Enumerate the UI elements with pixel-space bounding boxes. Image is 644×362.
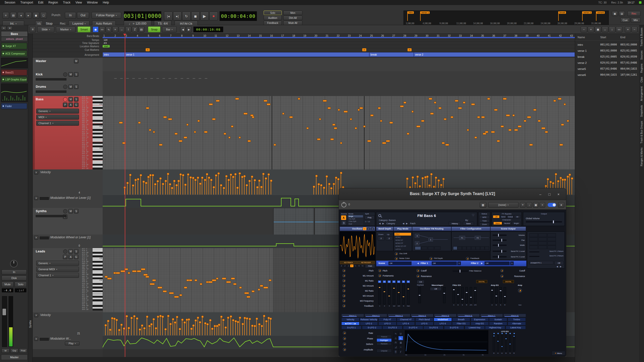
- sidebar-tab[interactable]: Clips: [640, 77, 643, 82]
- piano-key[interactable]: [93, 107, 103, 109]
- category-next-icon[interactable]: ▶: [382, 222, 384, 225]
- midi-note[interactable]: [512, 114, 515, 116]
- midi-note[interactable]: [412, 111, 414, 113]
- smart-mode-button[interactable]: Smart: [77, 26, 91, 32]
- midi-note[interactable]: [263, 287, 268, 289]
- mouse-mode-icon[interactable]: ↔: [119, 26, 125, 32]
- velocity-head[interactable]: [326, 175, 328, 178]
- mod-source[interactable]: LFO 3: [378, 322, 396, 325]
- velocity-head[interactable]: [230, 315, 232, 318]
- transport-record-button[interactable]: ●: [209, 12, 218, 21]
- velocity-head[interactable]: [256, 186, 259, 189]
- velocity-head[interactable]: [126, 182, 129, 184]
- fx-bypass-option[interactable]: All: [514, 215, 521, 218]
- velocity-head[interactable]: [143, 327, 146, 330]
- octave-option[interactable]: +3: [361, 264, 364, 267]
- osc-type-dropdown[interactable]: FM3: [365, 264, 375, 268]
- lfo-eg-slider[interactable]: [501, 334, 503, 351]
- piano-key[interactable]: [93, 292, 103, 294]
- octave-option[interactable]: +2: [357, 264, 360, 267]
- velocity-head[interactable]: [557, 180, 559, 183]
- fx-slot[interactable]: [529, 245, 538, 249]
- velocity-head[interactable]: [267, 173, 270, 176]
- track-fader[interactable]: [36, 78, 66, 80]
- mod-source[interactable]: S-LFO 2: [362, 326, 382, 329]
- midi-note[interactable]: [518, 125, 521, 127]
- cue-marker[interactable]: A: [408, 48, 412, 51]
- scene-param-knob[interactable]: [378, 269, 381, 272]
- midi-note[interactable]: [228, 137, 230, 139]
- velocity-head[interactable]: [206, 173, 208, 175]
- velocity-head[interactable]: [555, 173, 557, 175]
- grp-button[interactable]: Grp: [10, 348, 18, 353]
- toolbar-icon[interactable]: ◂: [18, 12, 24, 19]
- velocity-head[interactable]: [569, 173, 571, 176]
- velocity-head[interactable]: [184, 184, 187, 186]
- record-arm-button[interactable]: [63, 209, 67, 213]
- mini-timeline[interactable]: introverse 1breakverse 2verse51|00|004|0…: [404, 11, 609, 27]
- transport-jump-start-button[interactable]: |◂: [164, 12, 173, 21]
- velocity-head[interactable]: [234, 173, 237, 175]
- scene-param-knob[interactable]: [378, 274, 381, 277]
- osc-param-knob[interactable]: [342, 289, 346, 292]
- lfo-shape-step-seq-icon[interactable]: ▥: [398, 340, 403, 345]
- mod-source[interactable]: Amp EG: [471, 322, 489, 325]
- filter-config-option[interactable]: [462, 246, 466, 250]
- piano-key[interactable]: [93, 303, 103, 305]
- velocity-head[interactable]: [317, 183, 320, 186]
- piano-key[interactable]: C5: [93, 257, 103, 259]
- midi-note[interactable]: [358, 109, 360, 111]
- piano-key[interactable]: C4: [93, 125, 103, 127]
- category-nav-label[interactable]: Category: [386, 222, 395, 225]
- piano-key[interactable]: [93, 162, 103, 164]
- mixer-mute-button[interactable]: M: [388, 281, 391, 283]
- velocity-head[interactable]: [183, 321, 186, 324]
- midi-note[interactable]: [179, 140, 182, 142]
- bypass-toggle[interactable]: [548, 203, 556, 207]
- midi-note[interactable]: [559, 144, 563, 146]
- velocity-head[interactable]: [159, 177, 162, 180]
- velocity-head[interactable]: [154, 183, 156, 186]
- cue-marker[interactable]: A: [146, 48, 150, 51]
- piano-key[interactable]: [93, 157, 103, 158]
- midi-note[interactable]: [145, 276, 149, 278]
- fm-routing-option[interactable]: [434, 246, 440, 250]
- track-channel-dropdown[interactable]: Channel 1: [36, 273, 79, 278]
- track-channel-dropdown[interactable]: Channel 1: [36, 121, 79, 126]
- velocity-head[interactable]: [164, 328, 167, 331]
- velocity-head[interactable]: [157, 315, 159, 318]
- track-channel-dropdown[interactable]: General MIDI: [36, 267, 79, 272]
- playlist-button[interactable]: P: [63, 255, 67, 259]
- lfo-trigger-option[interactable]: Freerun: [377, 335, 392, 338]
- track-header-lane[interactable]: ×Modulation Wheel or Lever [1]: [33, 195, 103, 208]
- mod-source[interactable]: Random: [489, 322, 507, 325]
- velocity-head[interactable]: [262, 173, 265, 175]
- lfo-param-knob[interactable]: [343, 348, 346, 351]
- velocity-head[interactable]: [419, 185, 421, 188]
- piano-key[interactable]: [93, 144, 103, 146]
- plugin-power-button[interactable]: [341, 202, 346, 207]
- velocity-head[interactable]: [265, 320, 268, 323]
- macro-slot[interactable]: Macro 5: [434, 314, 457, 317]
- midi-note[interactable]: [137, 270, 141, 272]
- filter2-resonance-knob[interactable]: [500, 275, 504, 278]
- midi-note[interactable]: [244, 292, 249, 294]
- midi-note[interactable]: [363, 125, 366, 127]
- midi-note[interactable]: [212, 118, 216, 120]
- track-fader-strip[interactable]: [33, 96, 35, 169]
- patch-next-icon[interactable]: ▶: [406, 222, 408, 225]
- lfo-eg-slider[interactable]: [493, 334, 495, 351]
- velocity-head[interactable]: [118, 329, 120, 331]
- piano-key[interactable]: [93, 149, 103, 151]
- velocity-head[interactable]: [246, 317, 248, 320]
- strip-menu-icon[interactable]: ≡: [1, 26, 7, 30]
- edit-point-dropdown[interactable]: Marker: [56, 26, 75, 32]
- midi-keyboard-icon[interactable]: ▦: [480, 202, 486, 208]
- patch-name[interactable]: FM Bass 6: [376, 213, 477, 218]
- midi-note[interactable]: [429, 98, 432, 100]
- mixer-mute-button[interactable]: M: [378, 281, 381, 283]
- lfo-eg-slider[interactable]: [509, 334, 511, 351]
- fm-routing-option[interactable]: [415, 246, 421, 250]
- velocity-head[interactable]: [204, 179, 206, 181]
- track-name[interactable]: Kick: [36, 72, 43, 76]
